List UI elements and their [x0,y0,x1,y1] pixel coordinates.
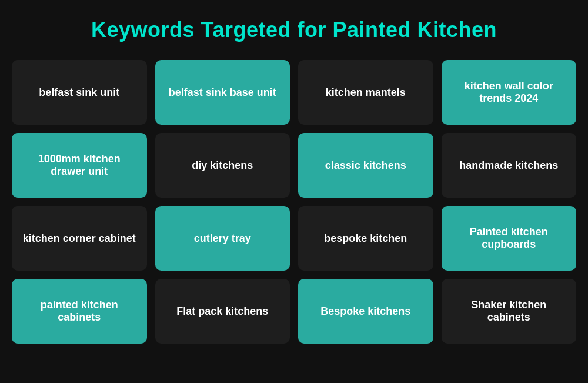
keyword-card-belfast-sink-unit[interactable]: belfast sink unit [12,60,147,125]
keyword-card-diy-kitchens[interactable]: diy kitchens [155,133,290,198]
keyword-card-kitchen-corner-cabinet[interactable]: kitchen corner cabinet [12,206,147,271]
keyword-card-handmade-kitchens[interactable]: handmade kitchens [442,133,577,198]
keyword-card-shaker-kitchen-cabinets[interactable]: Shaker kitchen cabinets [442,279,577,344]
keyword-card-belfast-sink-base-unit[interactable]: belfast sink base unit [155,60,290,125]
keyword-card-kitchen-mantels[interactable]: kitchen mantels [298,60,433,125]
keyword-card-cutlery-tray[interactable]: cutlery tray [155,206,290,271]
keyword-card-classic-kitchens[interactable]: classic kitchens [298,133,433,198]
keyword-card-bespoke-kitchen[interactable]: bespoke kitchen [298,206,433,271]
page-title: Keywords Targeted for Painted Kitchen [91,18,497,42]
keywords-grid: belfast sink unitbelfast sink base unitk… [12,60,576,344]
keyword-card-flat-pack-kitchens[interactable]: Flat pack kitchens [155,279,290,344]
keyword-card-1000mm-kitchen-drawer-unit[interactable]: 1000mm kitchen drawer unit [12,133,147,198]
keyword-card-kitchen-wall-color-trends-2024[interactable]: kitchen wall color trends 2024 [442,60,577,125]
keyword-card-painted-kitchen-cabinets[interactable]: painted kitchen cabinets [12,279,147,344]
keyword-card-bespoke-kitchens[interactable]: Bespoke kitchens [298,279,433,344]
keyword-card-painted-kitchen-cupboards[interactable]: Painted kitchen cupboards [442,206,577,271]
